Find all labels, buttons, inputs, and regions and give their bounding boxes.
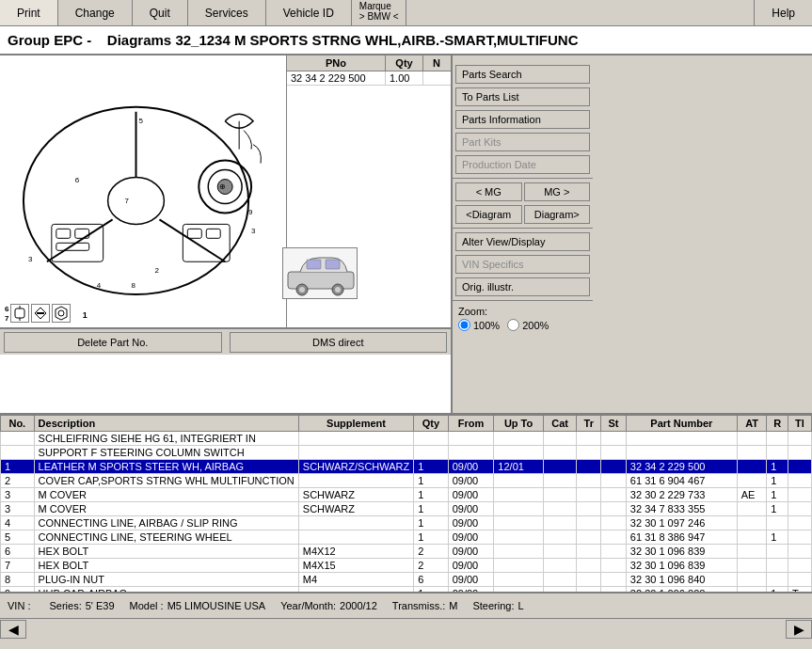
car-thumbnail: 00080434 <box>282 247 358 299</box>
menu-help[interactable]: Help <box>754 0 812 25</box>
mg-left-btn[interactable]: < MG <box>455 182 522 201</box>
svg-rect-28 <box>15 309 24 318</box>
cell-at <box>737 530 767 545</box>
cell-r <box>767 516 788 530</box>
cell-upto <box>494 545 543 559</box>
sidebar-divider-3 <box>453 300 593 301</box>
nav-prev-btn[interactable]: ◀ <box>0 620 26 639</box>
right-sidebar: Parts Search To Parts List Parts Informa… <box>452 55 593 413</box>
pno-col-n: N <box>423 55 450 71</box>
group-label: Group EPC - <box>8 32 91 48</box>
menu-vehicle-id[interactable]: Vehicle ID <box>266 0 352 25</box>
menu-change[interactable]: Change <box>58 0 133 25</box>
zoom-100-radio[interactable] <box>458 319 470 331</box>
cell-part: 32 34 2 229 500 <box>626 460 737 474</box>
mg-right-btn[interactable]: MG > <box>524 182 591 201</box>
cell-cat <box>543 516 577 530</box>
table-row[interactable]: SCHLEIFRING SIEHE HG 61, INTEGRIERT IN <box>1 432 812 446</box>
cell-cat <box>543 573 577 587</box>
year-item: Year/Month: 2000/12 <box>280 600 377 611</box>
diagram-svg: 7 5 9 3 3 4 8 2 6 <box>0 55 286 327</box>
parts-information-btn[interactable]: Parts Information <box>455 110 590 129</box>
orig-illustr-btn[interactable]: Orig. illustr. <box>455 277 590 296</box>
pno-col-pno: PNo <box>287 55 386 71</box>
cell-part <box>626 446 737 460</box>
pno-n <box>423 71 450 85</box>
col-from: From <box>448 416 494 432</box>
nav-next-btn[interactable]: ▶ <box>786 620 812 639</box>
cell-upto <box>494 488 543 502</box>
parts-list[interactable]: No. Description Supplement Qty From Up T… <box>0 413 812 592</box>
diagram-image[interactable]: 7 5 9 3 3 4 8 2 6 <box>0 55 286 327</box>
table-row[interactable]: 1LEATHER M SPORTS STEER WH, AIRBAGSCHWAR… <box>1 460 812 474</box>
pno-data-row[interactable]: 32 34 2 229 500 1.00 <box>287 71 451 86</box>
table-row[interactable]: 8PLUG-IN NUTM4609/0032 30 1 096 840 <box>1 573 812 587</box>
cell-st <box>601 573 627 587</box>
cell-at <box>737 446 767 460</box>
cell-from: 09/00 <box>448 488 494 502</box>
cell-from: 09/00 <box>448 474 494 488</box>
diagram-pair: <Diagram Diagram> <box>455 205 590 224</box>
cell-tl <box>788 573 811 587</box>
cell-qty: 1 <box>414 530 448 545</box>
cell-desc: CONNECTING LINE, STEERING WHEEL <box>34 530 298 545</box>
cell-tr <box>577 446 601 460</box>
table-row[interactable]: 4CONNECTING LINE, AIRBAG / SLIP RING109/… <box>1 516 812 530</box>
menu-services[interactable]: Services <box>188 0 266 25</box>
cell-tl <box>788 460 811 474</box>
delete-part-btn[interactable]: Delete Part No. <box>4 332 222 353</box>
cell-cat <box>543 559 577 573</box>
cell-st <box>601 502 627 516</box>
table-row[interactable]: SUPPORT F STEERING COLUMN SWITCH <box>1 446 812 460</box>
cell-qty: 2 <box>414 559 448 573</box>
cell-tl <box>788 530 811 545</box>
zoom-200-radio[interactable] <box>507 319 519 331</box>
zoom-200-option[interactable]: 200% <box>507 319 549 331</box>
svg-text:3: 3 <box>251 227 256 235</box>
table-row[interactable]: 2COVER CAP,SPORTS STRNG WHL MULTIFUNCTIO… <box>1 474 812 488</box>
col-st: St <box>601 416 627 432</box>
table-row[interactable]: 6HEX BOLTM4X12209/0032 30 1 096 839 <box>1 545 812 559</box>
cell-qty <box>414 446 448 460</box>
steering-label: Steering: <box>472 600 514 611</box>
cell-from <box>448 432 494 446</box>
to-parts-list-btn[interactable]: To Parts List <box>455 87 590 106</box>
menu-print[interactable]: Print <box>0 0 58 25</box>
table-row[interactable]: 5CONNECTING LINE, STEERING WHEEL109/0061… <box>1 530 812 545</box>
alter-view-btn[interactable]: Alter View/Display <box>455 232 590 251</box>
menu-quit[interactable]: Quit <box>133 0 188 25</box>
diagram-right-btn[interactable]: Diagram> <box>524 205 591 224</box>
svg-text:1: 1 <box>83 310 88 320</box>
svg-rect-0 <box>0 55 286 327</box>
dms-direct-btn[interactable]: DMS direct <box>230 332 448 353</box>
cell-part <box>626 432 737 446</box>
parts-search-btn[interactable]: Parts Search <box>455 65 590 84</box>
zoom-100-option[interactable]: 100% <box>458 319 500 331</box>
cell-tr <box>577 502 601 516</box>
cell-upto <box>494 573 543 587</box>
cell-r <box>767 573 788 587</box>
table-row[interactable]: 3M COVERSCHWARZ109/0032 30 2 229 733AE1 <box>1 488 812 502</box>
cell-at <box>737 460 767 474</box>
table-row[interactable]: 7HEX BOLTM4X15209/0032 30 1 096 839 <box>1 559 812 573</box>
cell-part: 61 31 6 904 467 <box>626 474 737 488</box>
svg-rect-41 <box>307 260 321 269</box>
cell-supp: SCHWARZ <box>298 488 413 502</box>
cell-r: 1 <box>767 460 788 474</box>
icon-nut <box>52 304 71 323</box>
cell-desc: COVER CAP,SPORTS STRNG WHL MULTIFUNCTION <box>34 474 298 488</box>
svg-text:3: 3 <box>28 255 33 263</box>
zoom-section: Zoom: 100% 200% <box>453 303 593 334</box>
diagram-left-btn[interactable]: <Diagram <box>455 205 522 224</box>
table-row[interactable]: 3M COVERSCHWARZ109/0032 34 7 833 3551 <box>1 502 812 516</box>
cell-no: 3 <box>1 502 35 516</box>
cell-tl <box>788 516 811 530</box>
vin-specifics-btn: VIN Specifics <box>455 255 590 274</box>
cell-st <box>601 488 627 502</box>
model-value: M5 LIMOUSINE USA <box>167 600 266 611</box>
cell-no <box>1 432 35 446</box>
cell-supp: M4 <box>298 573 413 587</box>
cell-st <box>601 474 627 488</box>
menu-marque[interactable]: Marque > BMW < <box>352 0 407 25</box>
col-tr: Tr <box>577 416 601 432</box>
